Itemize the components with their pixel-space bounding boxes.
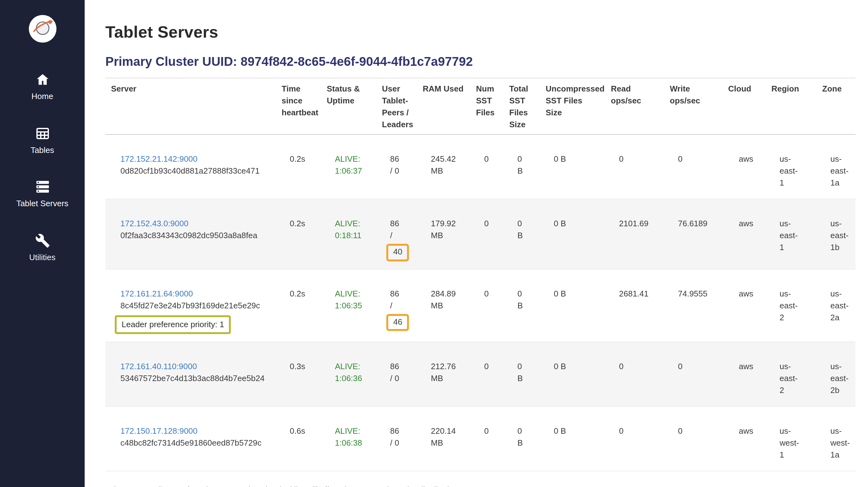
server-link[interactable]: 172.152.43.0:9000: [120, 219, 188, 230]
sidebar-item-home[interactable]: Home: [0, 71, 85, 101]
tablet-servers-table: Server Time since heartbeat Status & Upt…: [105, 78, 856, 472]
column-header-server: Server: [105, 78, 282, 99]
read-ops-cell: 0: [611, 407, 670, 445]
leaders-line: / 46: [390, 300, 418, 327]
write-ops-cell: 76.6189: [670, 200, 728, 238]
table-grid-icon: [34, 125, 51, 141]
column-header-uncompressed-sst: Uncompressed SST Files Size: [546, 78, 611, 123]
sidebar-item-tables[interactable]: Tables: [0, 125, 85, 155]
column-header-peers-leaders: User Tablet-Peers / Leaders: [382, 78, 423, 134]
column-header-read-ops: Read ops/sec: [611, 78, 670, 110]
server-cell: 172.161.40.110:9000 53467572be7c4d13b3ac…: [105, 343, 282, 392]
uncompressed-sst-size-cell: 0 B: [546, 135, 611, 173]
column-header-status-uptime: Status & Uptime: [327, 78, 382, 110]
cluster-uuid-heading: Primary Cluster UUID: 8974f842-8c65-4e6f…: [105, 55, 856, 69]
num-sst-files-cell: 0: [476, 343, 509, 381]
status-text: ALIVE:: [335, 361, 377, 373]
write-ops-cell: 0: [670, 407, 728, 445]
planet-rocket-icon: [29, 15, 56, 43]
cloud-cell: aws: [728, 200, 771, 238]
server-link[interactable]: 172.161.21.64:9000: [120, 288, 193, 300]
zone-cell: us-east-1b: [822, 200, 856, 261]
app-logo[interactable]: [29, 15, 56, 43]
uptime-text: 1:06:38: [335, 438, 377, 450]
ram-used-cell: 245.42MB: [423, 135, 476, 185]
sidebar-item-tablet-servers[interactable]: Tablet Servers: [0, 178, 85, 208]
status-cell: ALIVE: 1:06:35: [327, 269, 382, 319]
cloud-cell: aws: [728, 407, 771, 445]
sidebar-item-label: Home: [31, 92, 53, 101]
read-ops-cell: 2681.41: [611, 269, 670, 308]
peers-slash: /: [390, 439, 392, 448]
server-cell: 172.152.43.0:9000 0f2faa3c834343c0982dc9…: [105, 200, 282, 250]
placement-footnote: *Placement policy, Preferred zones, and …: [105, 485, 856, 487]
total-sst-size-cell: 0B: [509, 269, 546, 319]
leaders-line: / 0: [390, 374, 399, 383]
write-ops-cell: 0: [670, 343, 728, 381]
num-sst-files-cell: 0: [476, 135, 509, 173]
server-link[interactable]: 172.152.21.142:9000: [120, 154, 197, 166]
heartbeat-cell: 0.6s: [282, 407, 327, 445]
column-header-num-sst: Num SST Files: [476, 78, 509, 123]
leaders-line: / 0: [390, 166, 399, 175]
status-cell: ALIVE: 1:06:36: [327, 343, 382, 392]
peers-count: 86: [390, 154, 418, 166]
zone-cell: us-west-1a: [822, 407, 856, 469]
total-sst-size-cell: 0B: [509, 135, 546, 185]
leaders-line: / 0: [390, 439, 399, 448]
uncompressed-sst-size-cell: 0 B: [546, 200, 611, 238]
peers-count: 86: [390, 288, 418, 300]
table-row: 172.150.17.128:9000 c48bc82fc7314d5e9186…: [105, 407, 856, 472]
ram-used-cell: 284.89MB: [423, 269, 476, 319]
status-text: ALIVE:: [335, 219, 377, 230]
region-cell: us-east-2: [771, 343, 822, 404]
server-uuid: c48bc82fc7314d5e91860eed87b5729c: [120, 438, 277, 450]
status-cell: ALIVE: 0:18:11: [327, 200, 382, 250]
peers-slash: /: [390, 374, 392, 383]
heartbeat-cell: 0.3s: [282, 343, 327, 381]
server-link[interactable]: 172.150.17.128:9000: [120, 426, 197, 438]
server-uuid: 0f2faa3c834343c0982dc9503a8a8fea: [120, 230, 277, 242]
sidebar-nav: Home Tables: [0, 71, 85, 262]
zone-cell: us-east-2a: [822, 269, 856, 331]
table-row: 172.161.40.110:9000 53467572be7c4d13b3ac…: [105, 343, 856, 407]
total-sst-size-cell: 0B: [509, 343, 546, 392]
cloud-cell: aws: [728, 343, 771, 381]
column-header-cloud: Cloud: [728, 78, 771, 99]
sidebar-item-label: Tablet Servers: [16, 199, 68, 208]
region-cell: us-east-2: [771, 269, 822, 331]
peers-slash: /: [390, 300, 418, 312]
status-text: ALIVE:: [335, 154, 377, 166]
server-link[interactable]: 172.161.40.110:9000: [120, 361, 197, 373]
server-cell: 172.150.17.128:9000 c48bc82fc7314d5e9186…: [105, 407, 282, 457]
server-cell: 172.152.21.142:9000 0d820cf1b93c40d881a2…: [105, 135, 282, 185]
uptime-text: 1:06:37: [335, 165, 377, 177]
uncompressed-sst-size-cell: 0 B: [546, 343, 611, 381]
leaders-count: 46: [386, 314, 409, 331]
leaders-count: 40: [386, 244, 409, 261]
uptime-text: 1:06:36: [335, 373, 377, 385]
total-sst-size-cell: 0B: [509, 200, 546, 250]
uncompressed-sst-size-cell: 0 B: [546, 269, 611, 308]
heartbeat-cell: 0.2s: [282, 135, 327, 173]
column-header-zone: Zone: [822, 78, 856, 99]
table-row: 172.152.21.142:9000 0d820cf1b93c40d881a2…: [105, 135, 856, 200]
read-ops-cell: 0: [611, 135, 670, 173]
peers-count: 86: [390, 361, 418, 373]
num-sst-files-cell: 0: [476, 269, 509, 308]
ram-used-cell: 212.76MB: [423, 343, 476, 392]
column-header-ram: RAM Used: [423, 78, 476, 99]
heartbeat-cell: 0.2s: [282, 269, 327, 308]
peers-leaders-cell: 86 / 0: [382, 343, 423, 392]
uncompressed-sst-size-cell: 0 B: [546, 407, 611, 445]
leaders-line: / 40: [390, 230, 418, 256]
server-uuid: 0d820cf1b93c40d881a27888f33ce471: [120, 165, 277, 177]
uptime-text: 0:18:11: [335, 230, 377, 242]
ram-used-cell: 179.92MB: [423, 200, 476, 250]
uptime-text: 1:06:35: [335, 300, 377, 312]
column-header-total-sst: Total SST Files Size: [509, 78, 546, 134]
peers-slash: /: [390, 166, 392, 175]
sidebar-item-utilities[interactable]: Utilities: [0, 232, 85, 262]
leader-preference-badge: Leader preference priority: 1: [115, 315, 231, 334]
leaders-count: 0: [395, 166, 399, 175]
